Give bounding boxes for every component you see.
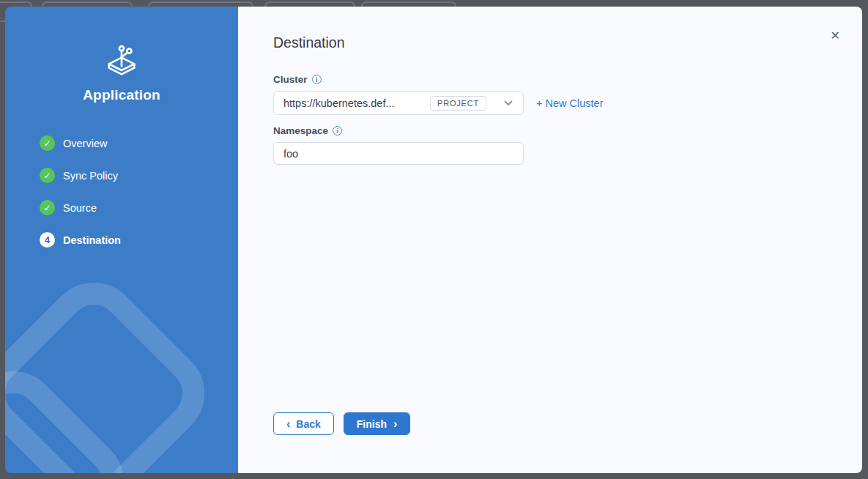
wizard-steps: ✓ Overview ✓ Sync Policy ✓ Source 4 Dest… xyxy=(5,135,238,248)
chevron-left-icon: ‹ xyxy=(286,418,290,430)
finish-button[interactable]: Finish › xyxy=(344,412,411,435)
application-wizard-modal: Application ✓ Overview ✓ Sync Policy ✓ S… xyxy=(5,7,862,473)
step-source[interactable]: ✓ Source xyxy=(5,200,238,215)
new-cluster-link[interactable]: + New Cluster xyxy=(536,97,603,109)
step-destination[interactable]: 4 Destination xyxy=(5,232,238,248)
namespace-label: Namespace i xyxy=(273,125,827,136)
chevron-down-icon xyxy=(504,100,513,106)
wizard-footer: ‹ Back Finish › xyxy=(273,412,410,435)
step-label: Sync Policy xyxy=(63,170,118,182)
info-icon[interactable]: i xyxy=(333,126,342,135)
namespace-label-text: Namespace xyxy=(273,125,328,136)
cluster-row: https://kubernetes.def... PROJECT + New … xyxy=(273,91,827,115)
chevron-right-icon: › xyxy=(393,418,397,430)
info-icon[interactable]: i xyxy=(312,75,322,84)
cluster-label-text: Cluster xyxy=(273,74,308,85)
project-badge: PROJECT xyxy=(430,96,486,111)
step-label: Source xyxy=(63,202,97,214)
destination-panel: ✕ Destination Cluster i https://kubernet… xyxy=(238,7,862,473)
namespace-input[interactable] xyxy=(273,142,524,165)
cluster-select[interactable]: https://kubernetes.def... PROJECT xyxy=(273,91,524,115)
check-icon: ✓ xyxy=(40,135,55,151)
cluster-select-value: https://kubernetes.def... xyxy=(283,97,430,109)
wizard-sidebar: Application ✓ Overview ✓ Sync Policy ✓ S… xyxy=(5,7,238,473)
page-title: Destination xyxy=(273,34,827,51)
step-sync-policy[interactable]: ✓ Sync Policy xyxy=(5,168,238,183)
step-label: Overview xyxy=(63,138,107,149)
step-number-badge: 4 xyxy=(40,232,55,248)
finish-button-label: Finish xyxy=(357,418,387,430)
application-deploy-icon xyxy=(105,41,138,76)
check-icon: ✓ xyxy=(40,168,55,183)
close-icon[interactable]: ✕ xyxy=(831,30,840,42)
back-button-label: Back xyxy=(296,418,320,430)
step-label: Destination xyxy=(63,234,121,246)
step-overview[interactable]: ✓ Overview xyxy=(5,135,238,151)
cluster-label: Cluster i xyxy=(273,74,827,85)
check-icon: ✓ xyxy=(40,200,55,215)
wizard-title: Application xyxy=(5,87,238,103)
back-button[interactable]: ‹ Back xyxy=(273,412,334,435)
